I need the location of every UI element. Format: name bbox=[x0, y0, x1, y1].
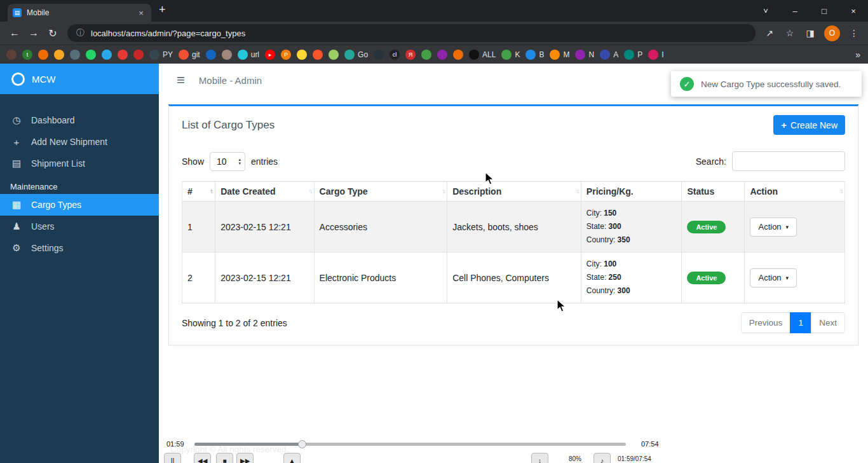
bookmark-item[interactable]: Go bbox=[344, 50, 368, 60]
bookmark-item[interactable]: url bbox=[238, 50, 259, 60]
bookmark-item[interactable]: ▸ bbox=[265, 50, 275, 60]
header-num[interactable]: #↑↓ bbox=[182, 182, 215, 202]
bookmark-item[interactable] bbox=[297, 50, 307, 60]
address-bar[interactable]: ⓘ localhost/acms/admin/?page=cargo_types bbox=[67, 24, 756, 42]
url-text[interactable]: localhost/acms/admin/?page=cargo_types bbox=[91, 29, 245, 38]
bookmark-favicon-icon bbox=[313, 50, 323, 60]
bookmarks-overflow-icon[interactable]: » bbox=[855, 50, 860, 60]
create-new-button[interactable]: + Create New bbox=[773, 115, 845, 135]
sidebar-item-users[interactable]: ♟ Users bbox=[0, 216, 159, 237]
bookmark-item[interactable]: t bbox=[22, 50, 32, 60]
site-info-icon[interactable]: ⓘ bbox=[76, 27, 85, 39]
action-dropdown-button[interactable]: Action ▾ bbox=[750, 268, 797, 287]
sidebar-item-cargo-types[interactable]: ▦ Cargo Types bbox=[0, 194, 159, 216]
bookmark-favicon-icon bbox=[54, 50, 64, 60]
minimize-button[interactable]: – bbox=[780, 0, 810, 22]
price-state: State: 250 bbox=[587, 271, 677, 284]
bookmark-item[interactable]: A bbox=[600, 50, 618, 60]
browser-tab[interactable]: ▤ Mobile × bbox=[8, 4, 151, 22]
hamburger-icon[interactable]: ≡ bbox=[177, 72, 185, 88]
table-row: 1 2023-02-15 12:21 Accessories Jackets, … bbox=[182, 202, 845, 252]
back-icon[interactable]: ← bbox=[5, 27, 24, 39]
bookmark-star-icon[interactable]: ☆ bbox=[781, 28, 799, 38]
share-icon[interactable]: ↗ bbox=[761, 28, 778, 38]
tab-close-icon[interactable]: × bbox=[136, 8, 146, 18]
next-page-button[interactable]: Next bbox=[811, 312, 845, 333]
bookmark-item[interactable] bbox=[6, 50, 17, 60]
profile-avatar[interactable]: O bbox=[824, 25, 840, 41]
cell-status: Active bbox=[682, 202, 745, 252]
header-label: Status bbox=[687, 186, 714, 197]
toast-notification[interactable]: ✓ New Cargo Type successfully saved. bbox=[671, 71, 862, 97]
bookmark-item[interactable]: Я bbox=[405, 50, 416, 60]
bookmark-item[interactable] bbox=[54, 50, 64, 60]
bookmark-item[interactable] bbox=[133, 50, 144, 60]
bookmark-item[interactable]: K bbox=[501, 50, 520, 60]
bookmark-item[interactable] bbox=[313, 50, 323, 60]
bookmark-item[interactable] bbox=[437, 50, 447, 60]
bookmark-item[interactable] bbox=[70, 50, 80, 60]
cell-pricing: City: 100 State: 250 Country: 300 bbox=[581, 252, 682, 303]
search-input[interactable] bbox=[732, 151, 845, 171]
bookmark-item[interactable]: P bbox=[624, 50, 642, 60]
bookmark-label: PY bbox=[163, 50, 173, 59]
bookmark-item[interactable]: git bbox=[179, 50, 200, 60]
bookmark-item[interactable] bbox=[86, 50, 96, 60]
bookmark-item[interactable] bbox=[222, 50, 232, 60]
brand[interactable]: MCW bbox=[0, 64, 159, 94]
page-length-select[interactable]: 10 ▴ ▾ bbox=[210, 152, 245, 171]
bookmark-item[interactable]: ALL bbox=[469, 50, 496, 60]
header-status[interactable]: Status bbox=[682, 182, 745, 202]
sidebar-item-settings[interactable]: ⚙ Settings bbox=[0, 237, 159, 259]
bookmark-item[interactable]: M bbox=[550, 50, 569, 60]
tab-search-chevron-icon[interactable]: ˅ bbox=[751, 0, 780, 22]
bookmark-item[interactable]: cl bbox=[390, 50, 400, 60]
player-scrubber-knob[interactable] bbox=[298, 440, 306, 448]
bookmark-item[interactable] bbox=[102, 50, 112, 60]
sidebar-item-add-new-shipment[interactable]: + Add New Shipment bbox=[0, 131, 159, 153]
header-cargo-type[interactable]: Cargo Type↑↓ bbox=[314, 182, 447, 202]
side-panel-icon[interactable]: ◨ bbox=[801, 28, 819, 38]
bookmark-item[interactable] bbox=[38, 50, 48, 60]
sidebar: MCW ◷ Dashboard + Add New Shipment ▤ Shi… bbox=[0, 64, 159, 463]
player-scrubber[interactable] bbox=[194, 443, 626, 446]
header-action[interactable]: Action↑↓ bbox=[745, 182, 845, 202]
sidebar-item-dashboard[interactable]: ◷ Dashboard bbox=[0, 109, 159, 131]
maximize-button[interactable]: □ bbox=[810, 0, 839, 22]
previous-page-button[interactable]: Previous bbox=[741, 312, 791, 333]
cell-date: 2023-02-15 12:21 bbox=[215, 252, 314, 303]
previous-track-button[interactable]: ◀◀ bbox=[194, 453, 211, 463]
bookmark-item[interactable] bbox=[206, 50, 216, 60]
bookmark-item[interactable] bbox=[421, 50, 431, 60]
fit-screen-icon[interactable]: ↕ bbox=[531, 453, 548, 463]
page-number-button[interactable]: 1 bbox=[790, 312, 811, 333]
bookmark-item[interactable] bbox=[453, 50, 463, 60]
header-pricing[interactable]: Pricing/Kg. bbox=[581, 182, 682, 202]
sidebar-item-shipment-list[interactable]: ▤ Shipment List bbox=[0, 153, 159, 174]
table-grid-icon: ▦ bbox=[10, 199, 23, 211]
forward-icon[interactable]: → bbox=[24, 27, 43, 39]
bookmark-item[interactable]: I bbox=[648, 50, 663, 60]
bookmark-item[interactable]: P bbox=[281, 50, 291, 60]
action-dropdown-button[interactable]: Action ▾ bbox=[750, 218, 797, 237]
close-button[interactable]: × bbox=[839, 0, 868, 22]
speaker-icon[interactable]: ♪ bbox=[593, 453, 611, 463]
bookmark-item[interactable]: N bbox=[575, 50, 594, 60]
pause-button[interactable]: II bbox=[164, 453, 181, 463]
stepper-down-icon: ▾ bbox=[239, 162, 241, 165]
bookmark-item[interactable] bbox=[329, 50, 339, 60]
bookmark-item[interactable]: B bbox=[526, 50, 544, 60]
header-date-created[interactable]: Date Created↑↓ bbox=[215, 182, 314, 202]
action-label: Action bbox=[758, 273, 781, 282]
next-track-button[interactable]: ▶▶ bbox=[236, 453, 254, 463]
bookmark-item[interactable] bbox=[374, 50, 384, 60]
bookmark-item[interactable] bbox=[118, 50, 128, 60]
bookmark-item[interactable]: PY bbox=[149, 50, 173, 60]
sidebar-section-maintenance: Maintenance bbox=[0, 182, 159, 191]
eject-button[interactable]: ▲ bbox=[283, 453, 301, 463]
browser-menu-icon[interactable]: ⋮ bbox=[845, 28, 863, 38]
header-description[interactable]: Description↑↓ bbox=[447, 182, 581, 202]
stop-button[interactable]: ■ bbox=[216, 453, 233, 463]
new-tab-button[interactable]: + bbox=[159, 3, 166, 17]
refresh-icon[interactable]: ↻ bbox=[43, 27, 62, 39]
